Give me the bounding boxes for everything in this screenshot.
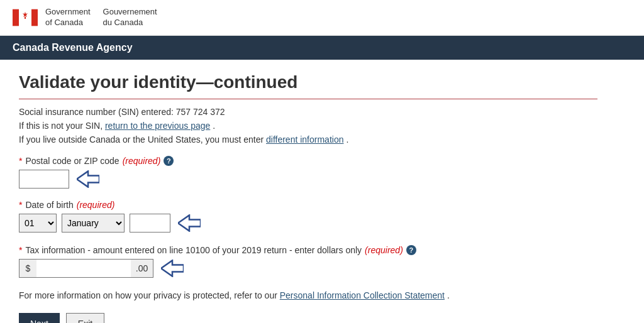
postal-arrow-icon [77, 170, 99, 188]
svg-marker-6 [178, 215, 201, 231]
canada-flag-icon [13, 5, 38, 30]
dob-input-row: 0102030405 0607080910 1112131415 1617181… [19, 214, 597, 233]
page-title: Validate your identity—continued [19, 72, 597, 99]
tax-help-icon[interactable]: ? [406, 245, 416, 255]
privacy-statement-link[interactable]: Personal Information Collection Statemen… [280, 290, 445, 300]
gov-name-english: Government of Canada [45, 7, 91, 28]
dob-month-select[interactable]: JanuaryFebruaryMarchApril MayJuneJulyAug… [62, 214, 125, 233]
sin-correction-line: If this is not your SIN, return to the p… [19, 121, 597, 131]
dob-arrow-icon [178, 214, 201, 232]
button-row: Next Exit [19, 313, 597, 323]
agency-bar: Canada Revenue Agency [0, 36, 644, 60]
postal-code-section: * Postal code or ZIP code (required) ? [19, 156, 597, 189]
agency-name: Canada Revenue Agency [13, 42, 133, 53]
svg-marker-7 [161, 260, 184, 276]
postal-help-icon[interactable]: ? [164, 156, 174, 166]
postal-input-row [19, 170, 597, 189]
next-button[interactable]: Next [19, 313, 60, 323]
tax-amount-input[interactable] [36, 259, 131, 278]
different-information-link[interactable]: different information [266, 134, 343, 145]
tax-information-section: * Tax information - amount entered on li… [19, 245, 597, 278]
privacy-info: For more information on how your privacy… [19, 290, 597, 300]
dob-inputs-group: 0102030405 0607080910 1112131415 1617181… [19, 214, 170, 233]
exit-button[interactable]: Exit [66, 313, 104, 323]
gov-name-french: Gouvernement du Canada [103, 7, 157, 28]
tax-info-label: * Tax information - amount entered on li… [19, 245, 597, 255]
svg-marker-5 [77, 171, 99, 187]
dob-day-select[interactable]: 0102030405 0607080910 1112131415 1617181… [19, 214, 57, 233]
postal-code-label: * Postal code or ZIP code (required) ? [19, 156, 597, 166]
tax-arrow-icon [161, 260, 184, 277]
main-content: Validate your identity—continued Social … [0, 60, 616, 323]
svg-rect-0 [13, 9, 19, 26]
outside-canada-line: If you live outside Canada or the United… [19, 134, 597, 145]
dollar-symbol: $ [19, 259, 36, 278]
sin-info: Social insurance number (SIN) entered: 7… [19, 107, 597, 117]
dob-year-input[interactable] [130, 214, 170, 233]
return-previous-page-link[interactable]: return to the previous page [105, 121, 210, 131]
cents-suffix: .00 [131, 259, 153, 278]
tax-amount-group: $ .00 [19, 259, 153, 278]
svg-rect-2 [31, 9, 38, 26]
dob-label: * Date of birth (required) [19, 200, 597, 210]
date-of-birth-section: * Date of birth (required) 0102030405 06… [19, 200, 597, 233]
postal-code-input[interactable] [19, 170, 69, 189]
tax-input-row: $ .00 [19, 259, 597, 278]
sin-value: 757 724 372 [176, 107, 225, 117]
svg-rect-4 [25, 17, 26, 19]
gov-header: Government of Canada Gouvernement du Can… [0, 0, 644, 36]
